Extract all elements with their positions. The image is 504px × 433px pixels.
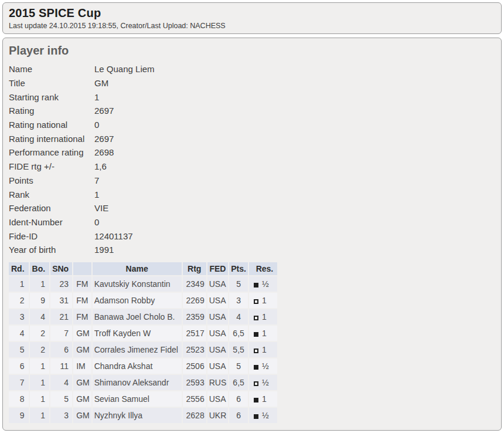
field-value: 1	[94, 190, 99, 199]
column-header: Bo.	[30, 262, 50, 275]
cell-name: Sevian Samuel	[93, 391, 182, 407]
field-label: Name	[9, 64, 94, 74]
cell-sno: 3	[50, 408, 72, 423]
column-header: Rd.	[9, 262, 29, 275]
cell-result: 1	[249, 309, 277, 324]
cell-result: 1	[249, 326, 277, 341]
cell-sno: 31	[50, 293, 72, 308]
page-title: Player info	[9, 43, 495, 58]
cell-fed: USA	[207, 391, 229, 407]
cell-rtg: 2556	[183, 391, 206, 407]
cell-name: Shimanov Aleksandr	[93, 375, 182, 390]
field-value: 2697	[94, 106, 114, 116]
cell-pts: 6	[229, 408, 248, 423]
cell-rtg: 2628	[183, 408, 206, 423]
field-label: Year of birth	[9, 245, 94, 255]
cell-sno: 5	[50, 391, 72, 407]
cell-result: 1	[249, 293, 277, 308]
player-info-row: Rating2697	[9, 104, 495, 118]
cell-rtg: 2517	[183, 326, 206, 341]
cell-rtg: 2523	[183, 342, 206, 357]
field-label: Rating international	[9, 134, 94, 144]
field-value: 2698	[94, 147, 114, 157]
game-row: 714GMShimanov Aleksandr2593RUS6,5½	[9, 375, 277, 390]
cell-name: Banawa Joel Cholo B.	[93, 309, 182, 324]
cell-bo: 2	[30, 342, 50, 357]
cell-pts: 5	[229, 276, 248, 292]
cell-pts: 6	[229, 391, 248, 407]
column-header: Rtg	[183, 262, 206, 275]
black-piece-color-icon	[254, 332, 258, 337]
player-info-row: FederationVIE	[9, 201, 495, 215]
player-info-row: Fide-ID12401137	[9, 229, 495, 243]
cell-bo: 2	[30, 326, 50, 341]
player-info-fields: NameLe Quang LiemTitleGMStarting rank1Ra…	[9, 62, 495, 257]
cell-result: ½	[249, 276, 277, 292]
cell-fed: USA	[207, 309, 229, 324]
game-row: 2931FMAdamson Robby2269USA31	[9, 293, 277, 308]
cell-title: FM	[73, 309, 91, 324]
cell-title: GM	[73, 326, 91, 341]
cell-rd: 9	[9, 408, 29, 423]
game-row: 3421FMBanawa Joel Cholo B.2359USA41	[9, 309, 277, 324]
cell-title: IM	[73, 358, 91, 374]
cell-fed: USA	[207, 342, 229, 357]
cell-sno: 23	[50, 276, 72, 292]
cell-fed: USA	[207, 326, 229, 341]
tournament-header-panel: 2015 SPICE Cup Last update 24.10.2015 19…	[2, 2, 502, 34]
cell-rtg: 2359	[183, 309, 206, 324]
cell-bo: 1	[30, 358, 50, 374]
column-header: Name	[93, 262, 182, 275]
player-info-row: Performance rating2698	[9, 146, 495, 160]
cell-pts: 5	[229, 358, 248, 374]
cell-sno: 7	[50, 326, 72, 341]
cell-bo: 4	[30, 309, 50, 324]
cell-rd: 8	[9, 391, 29, 407]
black-piece-color-icon	[254, 414, 258, 419]
cell-rd: 3	[9, 309, 29, 324]
player-info-row: Starting rank1	[9, 90, 495, 104]
games-table: Rd.Bo.SNoNameRtgFEDPts.Res. 1123FMKavuts…	[8, 261, 278, 424]
game-row: 526GMCorrales Jimenez Fidel2523USA5,51	[9, 342, 277, 357]
cell-bo: 1	[30, 276, 50, 292]
cell-bo: 1	[30, 375, 50, 390]
cell-fed: UKR	[207, 408, 229, 423]
field-label: Rating national	[9, 120, 94, 130]
cell-name: Adamson Robby	[93, 293, 182, 308]
column-header	[73, 262, 91, 275]
cell-fed: USA	[207, 293, 229, 308]
field-value: VIE	[94, 203, 108, 213]
cell-sno: 11	[50, 358, 72, 374]
cell-title: GM	[73, 391, 91, 407]
field-label: Rating	[9, 106, 94, 116]
cell-title: FM	[73, 293, 91, 308]
white-piece-color-icon	[254, 349, 258, 353]
field-value: 1,6	[94, 161, 107, 171]
player-info-row: Points7	[9, 174, 495, 188]
cell-pts: 6,5	[229, 375, 248, 390]
white-piece-color-icon	[254, 299, 258, 304]
cell-sno: 4	[50, 375, 72, 390]
cell-name: Troff Kayden W	[93, 326, 182, 341]
field-value: 0	[94, 120, 99, 130]
black-piece-color-icon	[254, 365, 258, 370]
cell-rd: 6	[9, 358, 29, 374]
cell-result: ½	[249, 408, 277, 423]
field-label: Starting rank	[9, 92, 94, 102]
cell-fed: USA	[207, 358, 229, 374]
player-info-row: Rating national0	[9, 118, 495, 132]
field-value: 2697	[94, 134, 114, 144]
cell-pts: 5,5	[229, 342, 248, 357]
cell-name: Chandra Akshat	[93, 358, 182, 374]
cell-title: GM	[73, 342, 91, 357]
cell-rd: 1	[9, 276, 29, 292]
cell-rtg: 2506	[183, 358, 206, 374]
field-value: 1	[94, 92, 99, 102]
cell-sno: 21	[50, 309, 72, 324]
cell-fed: USA	[207, 276, 229, 292]
black-piece-color-icon	[254, 398, 258, 402]
cell-result: ½	[249, 358, 277, 374]
cell-result: 1	[249, 342, 277, 357]
field-value: 7	[94, 175, 99, 185]
cell-name: Nyzhnyk Illya	[93, 408, 182, 423]
